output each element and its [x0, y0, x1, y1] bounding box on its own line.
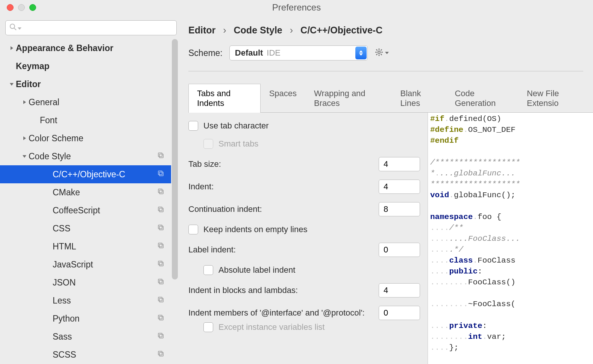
tree-item[interactable]: Python	[0, 310, 171, 328]
tree-item[interactable]: CSS	[0, 219, 171, 237]
svg-rect-10	[159, 154, 163, 158]
search-input-wrapper[interactable]	[5, 20, 177, 35]
tree-item[interactable]: Code Style	[0, 147, 171, 165]
tree-item[interactable]: CMake	[0, 183, 171, 201]
svg-marker-6	[23, 100, 26, 104]
tree-item[interactable]: Sass	[0, 328, 171, 346]
copy-icon	[158, 296, 164, 305]
svg-rect-32	[158, 279, 162, 283]
svg-rect-43	[159, 352, 163, 356]
window-minimize-button[interactable]	[18, 4, 25, 11]
tab[interactable]: Wrapping and Braces	[305, 84, 392, 113]
chevron-right-icon: ›	[223, 25, 226, 36]
svg-marker-9	[23, 155, 26, 158]
tree-item[interactable]: JavaScript	[0, 255, 171, 273]
copy-icon	[158, 332, 164, 341]
tree-item-label: Less	[53, 296, 71, 306]
tab-size-input[interactable]	[379, 157, 420, 171]
svg-line-53	[381, 49, 382, 50]
chevron-down-icon	[8, 82, 16, 86]
svg-rect-40	[159, 334, 163, 338]
tab[interactable]: Blank Lines	[392, 84, 446, 113]
window-close-button[interactable]	[7, 4, 14, 11]
smart-tabs-checkbox	[203, 139, 213, 149]
tab[interactable]: Code Generation	[446, 84, 518, 113]
gear-icon	[375, 48, 384, 59]
copy-icon	[158, 278, 164, 287]
tree-item[interactable]: Color Scheme	[0, 129, 171, 147]
search-input[interactable]	[21, 24, 176, 32]
tree-item[interactable]: HTML	[0, 237, 171, 255]
tree-item[interactable]: General	[0, 93, 171, 111]
svg-marker-2	[18, 27, 21, 30]
scheme-label: Scheme:	[188, 48, 223, 58]
tree-item-label: Python	[53, 314, 80, 324]
tree-item[interactable]: Font	[0, 111, 171, 129]
indent-input[interactable]	[379, 180, 420, 194]
svg-rect-35	[158, 297, 162, 301]
dropdown-caret-icon	[18, 24, 21, 32]
svg-line-52	[376, 54, 377, 55]
tree-item[interactable]: CoffeeScript	[0, 201, 171, 219]
window-zoom-button[interactable]	[29, 4, 36, 11]
copy-icon	[158, 152, 164, 161]
copy-icon	[158, 350, 164, 359]
tree-item[interactable]: Editor	[0, 75, 171, 93]
svg-point-45	[378, 51, 380, 53]
tree-item[interactable]: JSON	[0, 273, 171, 292]
tree-item-label: Font	[40, 115, 57, 125]
keep-indents-empty-checkbox[interactable]	[188, 225, 198, 234]
except-instance-vars-checkbox[interactable]	[203, 322, 213, 332]
indent-interface-protocol-input[interactable]	[379, 306, 420, 320]
tree-item[interactable]: Less	[0, 292, 171, 310]
svg-rect-31	[159, 280, 163, 284]
sidebar: Appearance & BehaviorKeymapEditorGeneral…	[0, 15, 179, 364]
tree-item[interactable]: Appearance & Behavior	[0, 39, 171, 57]
absolute-label-indent-checkbox[interactable]	[203, 265, 213, 275]
indent-blocks-input[interactable]	[379, 283, 420, 298]
label-indent-input[interactable]	[379, 243, 420, 257]
smart-tabs-label: Smart tabs	[218, 139, 258, 149]
svg-rect-16	[159, 190, 163, 194]
divider	[188, 71, 583, 71]
tabs: Tabs and IndentsSpacesWrapping and Brace…	[188, 83, 593, 113]
svg-rect-29	[158, 261, 162, 265]
scheme-scope: IDE	[267, 48, 281, 58]
use-tab-character-checkbox[interactable]	[188, 121, 198, 131]
copy-icon	[158, 224, 164, 233]
indent-label: Indent:	[188, 182, 214, 192]
keep-indents-empty-label: Keep indents on empty lines	[203, 225, 307, 234]
scheme-actions-button[interactable]	[375, 48, 389, 59]
svg-rect-23	[158, 225, 162, 229]
tree-item[interactable]: Keymap	[0, 57, 171, 75]
breadcrumb-item: C/C++/Objective-C	[300, 25, 382, 36]
breadcrumb-item: Code Style	[234, 25, 282, 36]
scheme-dropdown[interactable]: Default IDE	[229, 45, 368, 60]
tree-item[interactable]: SCSS	[0, 346, 171, 364]
svg-rect-34	[159, 298, 163, 302]
copy-icon	[158, 260, 164, 269]
tree-item-label: General	[29, 97, 59, 107]
svg-rect-26	[158, 243, 162, 247]
except-instance-vars-label: Except instance variables list	[218, 322, 325, 332]
svg-rect-37	[159, 316, 163, 320]
breadcrumb-item: Editor	[188, 25, 215, 36]
svg-rect-11	[158, 153, 162, 157]
chevron-right-icon	[8, 46, 16, 50]
sidebar-scrollbar[interactable]	[171, 39, 179, 364]
svg-rect-41	[158, 333, 162, 337]
tab[interactable]: New File Extensio	[518, 84, 593, 113]
continuation-indent-label: Continuation indent:	[188, 204, 262, 214]
svg-rect-38	[158, 315, 162, 319]
tree-item[interactable]: C/C++/Objective-C	[0, 165, 171, 183]
tree-item-label: HTML	[53, 242, 76, 252]
tree-item-label: Code Style	[29, 151, 71, 162]
scrollbar-thumb[interactable]	[172, 39, 178, 279]
breadcrumb: Editor › Code Style › C/C++/Objective-C	[179, 15, 593, 43]
continuation-indent-input[interactable]	[379, 202, 420, 216]
svg-line-1	[14, 28, 16, 30]
tab[interactable]: Spaces	[261, 84, 305, 113]
chevron-right-icon: ›	[290, 25, 293, 36]
tab[interactable]: Tabs and Indents	[188, 84, 261, 113]
tabs-indents-form: Use tab character Smart tabs Tab size: I…	[179, 113, 428, 364]
